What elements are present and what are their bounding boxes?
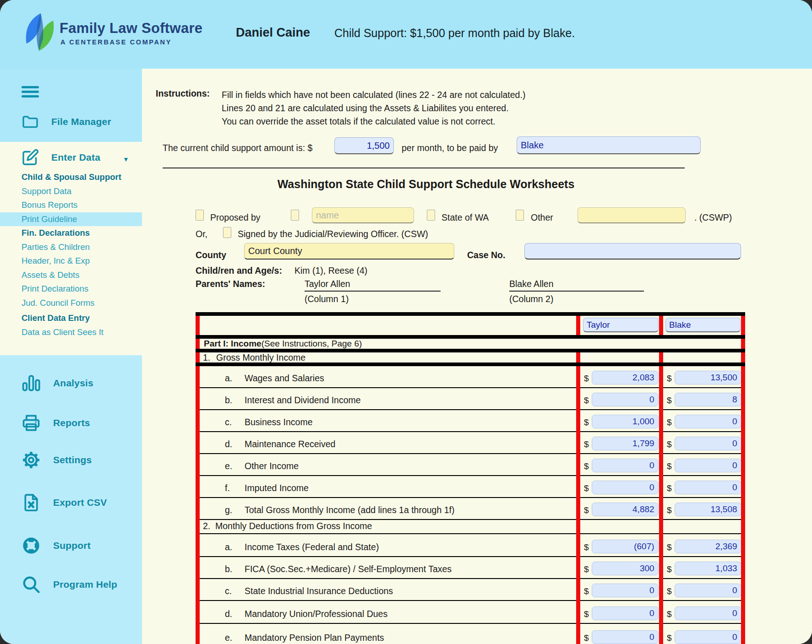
sidebar-item-support-data[interactable]: Support Data (0, 184, 142, 199)
sidebar-item-assets-debts[interactable]: Assets & Debts (0, 268, 142, 282)
worksheet-title: Washington State Child Support Schedule … (156, 178, 696, 191)
taylor-input[interactable] (592, 437, 659, 450)
proposed-by-checkbox[interactable] (196, 210, 204, 221)
blake-input[interactable] (675, 562, 741, 575)
brand-logo-icon (22, 11, 58, 53)
sidebar-item-label: Enter Data (51, 152, 100, 163)
blake-input[interactable] (675, 393, 741, 406)
taylor-input[interactable] (592, 584, 659, 597)
brand-name: Family Law Software (60, 20, 202, 37)
sidebar-item-print-guideline[interactable]: Print Guideline (0, 212, 142, 227)
children-label: Child/ren and Age/s: (196, 265, 282, 276)
client-name: Daniel Caine (236, 26, 310, 40)
sidebar-item-data-as-client-sees-it[interactable]: Data as Client Sees It (0, 325, 142, 340)
sidebar-item-client-data-entry[interactable]: Client Data Entry (0, 311, 142, 325)
parent1-column-label: (Column 1) (305, 294, 349, 304)
sidebar-item-program-help[interactable]: Program Help (21, 574, 117, 595)
taylor-input[interactable] (592, 606, 659, 620)
col1-header-input[interactable] (583, 318, 659, 332)
state-of-wa-checkbox[interactable] (427, 210, 435, 221)
gear-icon (21, 450, 41, 470)
blake-input[interactable] (675, 503, 741, 516)
taylor-input[interactable] (592, 393, 659, 406)
worksheet-table: Part I: Income (See Instructions, Page 6… (196, 312, 745, 644)
other-checkbox[interactable] (516, 210, 524, 221)
app-header: Family Law Software A CENTERBASE COMPANY… (0, 0, 812, 69)
current-amount-label: The current child support amount is: $ (163, 143, 312, 153)
sidebar-item-enter-data[interactable]: Enter Data (21, 148, 100, 167)
sidebar-item-header-inc-exp[interactable]: Header, Inc & Exp (0, 254, 142, 268)
sidebar-item-export-csv[interactable]: Export CSV (21, 492, 107, 513)
chevron-down-icon[interactable]: ▼ (123, 156, 129, 163)
search-icon (21, 574, 41, 595)
edit-icon (21, 148, 39, 167)
sidebar-item-settings[interactable]: Settings (21, 450, 92, 470)
signed-checkbox[interactable] (223, 227, 231, 238)
divider (163, 168, 685, 168)
sidebar-item-label: File Manager (51, 116, 111, 127)
sidebar-tools-section: Analysis Reports Se (0, 355, 142, 644)
parents-label: Parents' Names: (196, 279, 265, 289)
taylor-input[interactable] (592, 371, 659, 384)
sidebar-item-label: Analysis (53, 378, 93, 389)
proposer-checkbox[interactable] (291, 210, 299, 221)
sidebar-item-fin-declarations[interactable]: Fin. Declarations (0, 226, 142, 240)
hamburger-menu-icon[interactable] (22, 86, 39, 98)
export-csv-icon (21, 492, 41, 513)
sidebar-item-bonus-reports[interactable]: Bonus Reports (0, 198, 142, 212)
sidebar-top-section: File Manager (0, 69, 142, 142)
proposed-by-label: Proposed by (210, 212, 261, 223)
blake-input[interactable] (675, 630, 741, 644)
blake-input[interactable] (675, 606, 741, 620)
sidebar-item-parties-children[interactable]: Parties & Children (0, 240, 142, 254)
instructions-text: Fill in fields which have not been calcu… (222, 88, 525, 128)
case-no-label: Case No. (467, 250, 505, 260)
current-amount-input[interactable] (334, 137, 394, 154)
blake-input[interactable] (675, 540, 741, 553)
sidebar-item-support[interactable]: Support (21, 536, 91, 556)
blake-input[interactable] (675, 584, 741, 597)
taylor-input[interactable] (592, 540, 659, 553)
sidebar-item-print-declarations[interactable]: Print Declarations (0, 282, 142, 296)
table-red-rule-left (196, 312, 200, 644)
table-border (196, 335, 745, 339)
other-name-input[interactable] (578, 207, 686, 223)
table-border (196, 349, 745, 352)
payer-input[interactable] (517, 136, 701, 154)
parent2-column-label: (Column 2) (509, 294, 553, 304)
table-red-rule-col2 (659, 312, 663, 644)
sidebar: File Manager Enter Data ▼ Child & Spousa… (0, 69, 142, 644)
taylor-input[interactable] (592, 562, 659, 575)
sidebar-item-file-manager[interactable]: File Manager (21, 113, 111, 131)
case-no-input[interactable] (524, 243, 741, 260)
blake-input[interactable] (675, 459, 741, 472)
sidebar-item-child-spousal-support[interactable]: Child & Spousal Support (0, 170, 142, 184)
main-content: Instructions: Fill in fields which have … (142, 69, 812, 644)
blake-input[interactable] (675, 415, 741, 428)
taylor-input[interactable] (592, 415, 659, 428)
blake-input[interactable] (675, 371, 741, 384)
table-border (196, 363, 745, 366)
bar-chart-icon (21, 373, 41, 393)
sidebar-item-jud-council-forms[interactable]: Jud. Council Forms (0, 296, 142, 310)
parent1-underline (305, 291, 441, 292)
taylor-input[interactable] (592, 481, 659, 494)
blake-input[interactable] (675, 437, 741, 450)
proposer-name-input[interactable] (312, 207, 414, 223)
sidebar-item-label: Export CSV (53, 497, 107, 508)
lifebuoy-icon (21, 536, 41, 556)
county-input[interactable] (244, 243, 454, 260)
taylor-input[interactable] (592, 459, 659, 472)
sidebar-item-label: Reports (53, 417, 90, 428)
sidebar-item-label: Settings (53, 455, 92, 465)
sidebar-item-reports[interactable]: Reports (21, 413, 90, 433)
or-label: Or, (196, 229, 207, 239)
blake-input[interactable] (675, 481, 741, 494)
taylor-input[interactable] (592, 630, 659, 644)
col2-header-input[interactable] (665, 318, 741, 332)
case-summary: Child Support: $1,500 per month paid by … (334, 27, 575, 40)
sidebar-item-analysis[interactable]: Analysis (21, 373, 93, 393)
taylor-input[interactable] (592, 503, 659, 516)
folder-icon (21, 113, 39, 131)
app-window: Family Law Software A CENTERBASE COMPANY… (0, 0, 812, 644)
